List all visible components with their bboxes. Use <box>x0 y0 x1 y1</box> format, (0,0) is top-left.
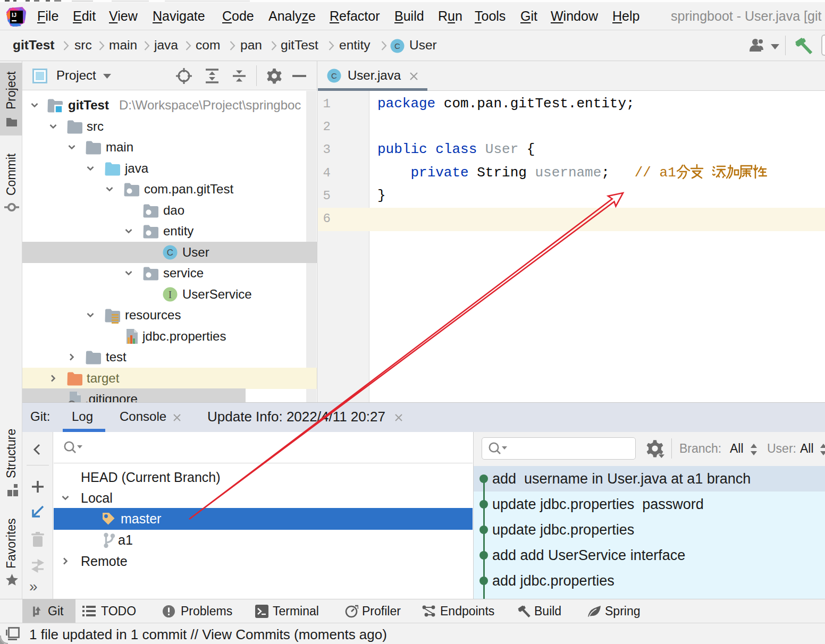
svg-text:C: C <box>167 248 173 258</box>
svg-text:IJ: IJ <box>12 12 16 18</box>
svg-text:C: C <box>331 71 337 80</box>
svg-text:I: I <box>169 289 172 300</box>
svg-text:C: C <box>394 41 400 50</box>
